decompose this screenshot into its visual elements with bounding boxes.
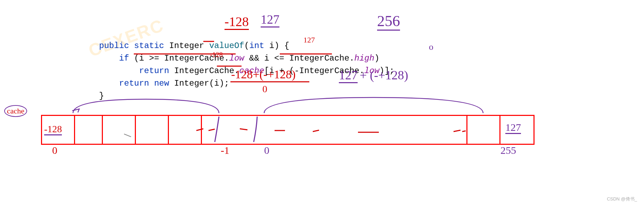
- anno-neg128-small: -128: [210, 51, 223, 59]
- type-integer: Integer: [169, 41, 204, 50]
- if-close: ): [374, 54, 379, 63]
- idx-255: 255: [500, 144, 516, 156]
- cache-array: -128 127: [41, 115, 535, 145]
- watermark-footer: CSDN @倚书_: [607, 196, 637, 202]
- kw-return2: return: [119, 79, 149, 88]
- field-high: high: [354, 54, 375, 63]
- anno-stray-o: o: [429, 42, 433, 52]
- array-cell-last: 127: [500, 116, 533, 144]
- if-open: (: [129, 54, 139, 63]
- code-underlines: [0, 0, 644, 205]
- paren: (: [244, 41, 249, 50]
- kw-public: public: [99, 41, 129, 50]
- kw-return1: return: [139, 66, 169, 76]
- if-mid: && i <= Integer: [244, 54, 324, 63]
- kw-int: int: [249, 41, 264, 50]
- param-i: i: [264, 41, 274, 50]
- ret-a: IntegerCache.: [169, 66, 239, 76]
- anno-top-neg128: -128: [225, 14, 249, 29]
- sig-close: ) {: [274, 41, 289, 50]
- anno-expr-red: -128+(-+128): [231, 68, 296, 81]
- kw-if: if: [119, 54, 129, 63]
- array-cell-1: [75, 116, 103, 144]
- array-cell-mid: [202, 116, 467, 144]
- method-valueof: valueOf: [209, 41, 244, 50]
- idx-0-mid: 0: [264, 144, 269, 156]
- anno-expr-purple-2: + (-+128): [360, 68, 408, 82]
- array-cell-3: [136, 116, 169, 144]
- anno-expr-purple-1: 127: [339, 68, 358, 82]
- array-cell-4: [169, 116, 202, 144]
- kw-new: new: [149, 79, 169, 88]
- if-cache: Cache.: [324, 54, 354, 63]
- idx-0: 0: [52, 144, 57, 156]
- anno-top-127: 127: [261, 12, 279, 27]
- field-low: low: [229, 54, 244, 63]
- cache-label: cache: [4, 105, 27, 117]
- brace-close: }: [99, 91, 104, 101]
- anno-256: 256: [377, 12, 400, 30]
- cell-val-127: 127: [505, 121, 521, 133]
- type-integer2: Integer: [169, 79, 209, 88]
- anno-127-small: 127: [303, 36, 315, 45]
- brace-left: [0, 0, 644, 205]
- array-cell-last2: [467, 116, 500, 144]
- kw-static: static: [134, 41, 164, 50]
- cell-val-neg128: -128: [44, 124, 62, 135]
- array-cell-2: [103, 116, 136, 144]
- anno-expr-red-result: 0: [262, 84, 267, 95]
- array-cell-0: -128: [42, 116, 75, 144]
- ret2-rest: (i);: [209, 79, 229, 88]
- idx-neg1: -1: [221, 144, 229, 156]
